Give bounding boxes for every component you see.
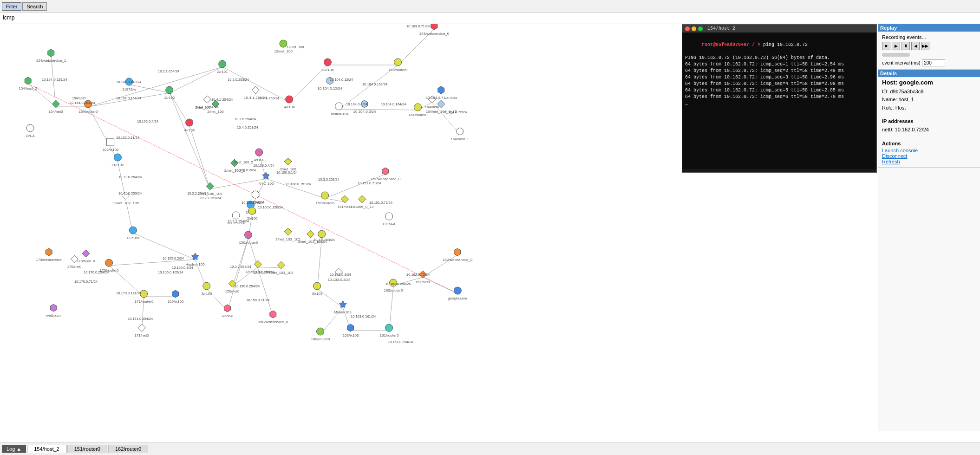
network-label: 10.105.0.2/24: [163, 256, 184, 260]
node-11r105[interactable]: 11/r105: [126, 226, 139, 240]
node-4_r104_2[interactable]: 10.4.1-253/24: [244, 86, 267, 100]
node-161router0[interactable]: 161/router0: [380, 324, 399, 338]
node-miami_103[interactable]: Miami-103: [334, 300, 351, 314]
terminal-window[interactable]: 154/host_2 root@65f4ad870407 / # ping 10…: [682, 24, 877, 173]
launch-console-link[interactable]: Launch console: [882, 148, 976, 153]
node-154router0[interactable]: 154/router0: [79, 100, 98, 114]
node-150router0[interactable]: 150/router0: [239, 231, 258, 245]
node-4r102[interactable]: 4/r102: [184, 118, 195, 132]
node-150net0[interactable]: 150/net0: [225, 280, 239, 293]
node-170hostX[interactable]: 170/host_X: [77, 249, 95, 263]
node-105ix105[interactable]: 105/ix105: [168, 290, 184, 304]
node-151net0[interactable]: 151/net0: [337, 195, 352, 209]
node-boston_104[interactable]: Boston-104: [330, 102, 349, 116]
node-weibo_cn[interactable]: weibo.cn: [46, 304, 61, 318]
replay-next-button[interactable]: ▶▶: [921, 42, 929, 50]
node-3r103[interactable]: 3/r103: [312, 282, 323, 296]
node-102ix102[interactable]: 102/ix102: [103, 138, 119, 152]
node-154net0[interactable]: 154/net0: [48, 100, 63, 114]
node-11r102[interactable]: 11/r102: [111, 153, 124, 167]
node-102_0_3[interactable]: 10.104.0.3/24: [353, 100, 376, 114]
node-3net_103_105[interactable]: 3/net_103_105: [245, 260, 270, 274]
node-label-nyc_100: NYC-100: [259, 182, 274, 186]
log-button[interactable]: Log ▲: [2, 445, 26, 453]
node-164host_1[interactable]: 164/host_1: [451, 127, 469, 141]
node-11872w[interactable]: 11872/w: [122, 78, 136, 91]
terminal-line: PING 10.162.0.72 (10.162.0.72) 56(84) by…: [685, 55, 874, 61]
node-171router0[interactable]: 171/router0: [135, 290, 154, 304]
node-3net_100_105[interactable]: 3/net_103_105: [275, 228, 300, 241]
tab-151-router0[interactable]: 151/router0: [67, 445, 107, 453]
node-100router0[interactable]: 100/router0: [311, 327, 330, 341]
node-shape-161router0: [385, 324, 393, 333]
svg-marker-82: [454, 248, 461, 256]
node-3_0_254[interactable]: 3/0.254/24: [247, 190, 264, 204]
replay-slider[interactable]: [882, 53, 910, 57]
node-11net_102_105[interactable]: 11/net_102_105: [112, 191, 139, 205]
node-10_104_0[interactable]: 10.104.0.12/24: [317, 77, 342, 91]
node-4r100[interactable]: 4/r100: [254, 148, 265, 162]
details-host: Host: google.com: [882, 79, 976, 86]
node-label-3net_103_105: 3/net_103_105: [245, 270, 270, 274]
svg-marker-122: [335, 268, 343, 276]
node-2net_100_2[interactable]: 2/net_100_2: [224, 159, 245, 173]
node-162webservice_0[interactable]: 162/webservice_0: [443, 248, 472, 262]
node-cn_a[interactable]: CN-A: [26, 124, 35, 138]
refresh-link[interactable]: Refresh: [882, 159, 976, 164]
node-10164[interactable]: 10.164.0.71/ar.edu: [426, 86, 457, 100]
node-4r104[interactable]: 4/r104: [284, 95, 295, 109]
node-170router0[interactable]: 170/router0: [100, 259, 119, 273]
node-162router0[interactable]: 162/router0: [384, 279, 403, 292]
tab-162-router0[interactable]: 162/router0: [108, 445, 148, 453]
node-3net_1_253[interactable]: 3/1.253/24: [227, 211, 245, 225]
node-151router0[interactable]: 151/router0: [316, 191, 335, 205]
node-net_100_12[interactable]: 12/net_100: [274, 39, 293, 53]
node-2net_100_105[interactable]: 2/net_100_105: [197, 182, 222, 196]
node-2r102[interactable]: 2/r102: [164, 86, 175, 100]
node-shape-151net0: [340, 195, 349, 204]
node-150webservice_0[interactable]: 150/webservice_0: [258, 310, 288, 324]
node-154webservice_1[interactable]: 154/webservice_1: [36, 49, 66, 63]
tab-154-host_2[interactable]: 154/host_2: [27, 445, 66, 453]
node-171net0[interactable]: 171/net0: [134, 324, 149, 338]
node-google_com[interactable]: google.com: [448, 286, 467, 300]
node-151webservice_0[interactable]: 151/webservice_0: [371, 167, 400, 181]
replay-stop-button[interactable]: ■: [882, 42, 890, 50]
log-chevron-icon: ▲: [16, 446, 21, 452]
svg-marker-74: [254, 260, 261, 268]
node-2r101[interactable]: 2/r101: [217, 60, 228, 74]
network-label: 10.2.1-254/24: [158, 69, 179, 73]
node-root_b[interactable]: Root-B: [222, 304, 234, 318]
node-com_a[interactable]: COM-A: [383, 212, 396, 226]
svg-point-120: [252, 191, 259, 198]
node-10_4_1_254[interactable]: 10.4.1-254/24: [196, 95, 218, 109]
node-3net_103_104b[interactable]: 3/net_103_104: [298, 230, 322, 244]
terminal-body[interactable]: root@65f4ad870407 / # ping 10.162.0.72 P…: [682, 32, 876, 169]
disconnect-link[interactable]: Disconnect: [882, 153, 976, 159]
node-151net_72[interactable]: 151/net_0_72: [351, 195, 374, 209]
node-170webservice[interactable]: 170/webservice: [36, 248, 62, 262]
node-nyc_100[interactable]: NYC-100: [259, 172, 274, 186]
event-interval-input[interactable]: [922, 59, 945, 66]
node-163webservice_0[interactable]: 163/webservice_0: [419, 24, 449, 36]
node-3r100[interactable]: 3/r100: [247, 207, 258, 221]
node-103ix103[interactable]: 103/ix103: [343, 324, 359, 338]
search-button[interactable]: Search: [22, 2, 47, 11]
node-label-170router0: 170/router0: [100, 268, 119, 273]
node-154host_2[interactable]: 154/host_2: [19, 77, 37, 91]
filter-input[interactable]: [3, 14, 142, 21]
node-3net_100_105b[interactable]: 3/net_103_105: [268, 261, 293, 275]
node-163router0[interactable]: 163/router0: [389, 58, 408, 72]
node-162net0[interactable]: 162/net0: [415, 270, 430, 284]
replay-prev-button[interactable]: ◀: [911, 42, 920, 50]
node-12r104[interactable]: 12/r104: [321, 58, 333, 72]
network-label: 10.2.0.254/24: [235, 117, 256, 121]
node-huston_105[interactable]: Huston-105: [185, 253, 204, 266]
node-3r105[interactable]: 3/r105: [202, 282, 212, 296]
node-3net_100[interactable]: 3/net_100: [280, 157, 296, 171]
replay-pause-button[interactable]: ⏸: [902, 42, 910, 50]
node-10_103_0[interactable]: 10.103.0.3/24: [328, 268, 351, 282]
node-10164_2[interactable]: 164/net_164_0_72: [426, 100, 457, 114]
filter-button[interactable]: Filter: [2, 2, 21, 11]
replay-play-button[interactable]: ▶: [892, 42, 900, 50]
